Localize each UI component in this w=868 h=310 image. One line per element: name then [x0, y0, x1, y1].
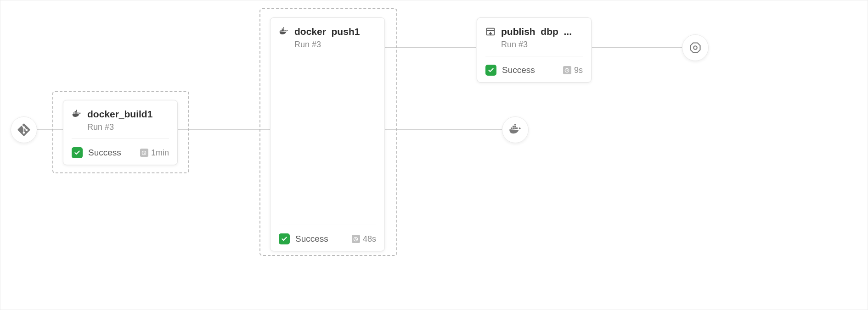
clock-icon [563, 66, 571, 74]
docker-icon [279, 27, 289, 37]
status-success-badge [72, 147, 83, 158]
stage-title: docker_build1 [87, 109, 152, 120]
svg-rect-1 [75, 112, 76, 113]
svg-point-28 [693, 46, 697, 49]
connector-line [385, 129, 503, 130]
svg-rect-0 [73, 112, 74, 113]
git-icon [17, 123, 30, 136]
svg-rect-26 [516, 127, 518, 129]
svg-rect-10 [283, 30, 284, 31]
end-node[interactable] [682, 34, 709, 61]
card-body [279, 50, 376, 218]
stage-title: docker_push1 [294, 26, 360, 37]
stage-run-label: Run #3 [87, 122, 169, 132]
svg-rect-20 [511, 127, 512, 129]
stage-run-label: Run #3 [501, 40, 583, 50]
start-node[interactable] [11, 116, 37, 143]
docker-icon [508, 123, 522, 137]
status-success-badge [279, 233, 290, 244]
svg-rect-21 [513, 127, 514, 129]
connector-line [592, 47, 683, 48]
svg-rect-22 [514, 127, 516, 129]
pipeline-canvas: docker_build1 Run #3 Success 1min [0, 0, 868, 310]
svg-rect-6 [77, 112, 78, 113]
svg-rect-8 [281, 30, 282, 31]
settings-nut-icon [689, 41, 702, 54]
stage-card-docker-push1[interactable]: docker_push1 Run #3 Success 48s [270, 17, 385, 251]
svg-rect-14 [284, 30, 285, 31]
status-text: Success [502, 65, 535, 75]
connector-line [178, 129, 270, 130]
divider [279, 225, 376, 225]
stage-duration: 1min [140, 148, 169, 158]
svg-rect-3 [75, 111, 76, 112]
svg-rect-9 [282, 30, 283, 31]
publish-icon [485, 27, 496, 37]
status-text: Success [295, 234, 328, 244]
stage-run-label: Run #3 [294, 40, 376, 50]
svg-rect-23 [513, 126, 514, 127]
connector-line [385, 47, 476, 48]
svg-rect-12 [283, 28, 284, 29]
svg-rect-2 [76, 112, 77, 113]
stage-duration: 48s [352, 234, 376, 244]
svg-rect-4 [76, 111, 77, 112]
clock-icon [140, 149, 148, 157]
docker-output-node[interactable] [502, 116, 529, 143]
duration-value: 48s [363, 234, 376, 244]
stage-card-publish-dbp[interactable]: publish_dbp_... Run #3 Success 9s [477, 17, 592, 83]
svg-marker-27 [691, 43, 700, 53]
divider [72, 138, 169, 139]
status-text: Success [88, 148, 121, 158]
svg-rect-5 [76, 110, 77, 111]
clock-icon [352, 235, 360, 243]
svg-rect-11 [282, 28, 283, 29]
svg-rect-25 [514, 124, 516, 125]
stage-duration: 9s [563, 66, 583, 75]
docker-icon [72, 109, 82, 119]
duration-value: 1min [151, 148, 169, 158]
divider [485, 56, 583, 56]
stage-card-docker-build1[interactable]: docker_build1 Run #3 Success 1min [63, 100, 178, 165]
svg-rect-13 [283, 27, 284, 28]
duration-value: 9s [574, 66, 583, 75]
status-success-badge [485, 65, 496, 76]
svg-rect-24 [514, 126, 516, 127]
stage-title: publish_dbp_... [501, 26, 572, 37]
